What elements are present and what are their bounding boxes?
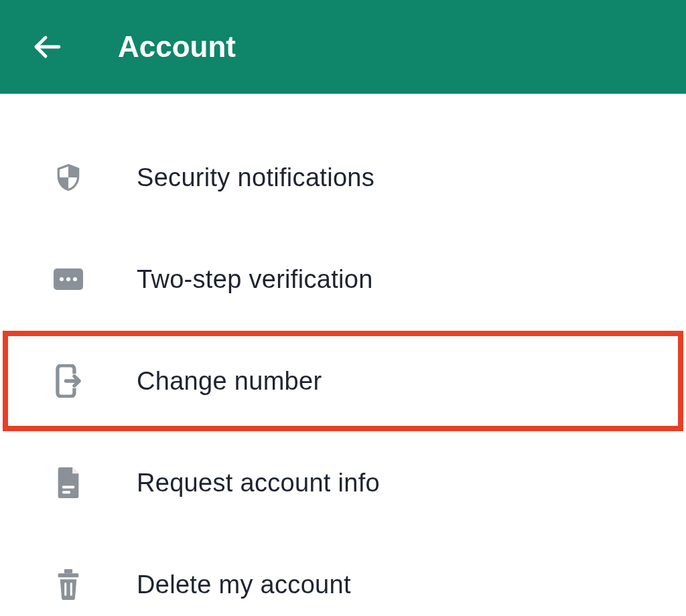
settings-item-label: Change number <box>137 367 322 396</box>
svg-rect-11 <box>64 569 72 573</box>
svg-point-4 <box>73 277 77 281</box>
phone-exit-icon <box>54 366 83 396</box>
trash-icon <box>54 570 83 599</box>
svg-rect-10 <box>58 573 79 577</box>
svg-rect-9 <box>62 491 70 493</box>
svg-point-3 <box>66 277 70 281</box>
document-icon <box>54 468 83 497</box>
shield-icon <box>54 163 83 192</box>
page-title: Account <box>118 30 236 64</box>
settings-list: Security notifications Two-step verifica… <box>0 94 686 616</box>
settings-item-label: Delete my account <box>137 570 351 599</box>
settings-item-change-number[interactable]: Change number <box>3 331 683 431</box>
settings-item-two-step-verification[interactable]: Two-step verification <box>3 229 683 329</box>
dots-box-icon <box>54 264 83 294</box>
settings-item-request-account-info[interactable]: Request account info <box>3 433 683 533</box>
back-arrow-icon <box>31 31 63 63</box>
svg-point-2 <box>60 277 64 281</box>
back-button[interactable] <box>29 29 64 64</box>
app-header: Account <box>0 0 686 94</box>
settings-item-label: Request account info <box>137 469 380 497</box>
settings-item-label: Two-step verification <box>137 265 373 294</box>
settings-item-label: Security notifications <box>137 163 374 192</box>
settings-item-security-notifications[interactable]: Security notifications <box>3 127 683 228</box>
svg-rect-13 <box>70 583 72 596</box>
svg-rect-12 <box>64 583 66 596</box>
svg-rect-8 <box>62 486 74 489</box>
settings-item-delete-my-account[interactable]: Delete my account <box>3 534 683 616</box>
